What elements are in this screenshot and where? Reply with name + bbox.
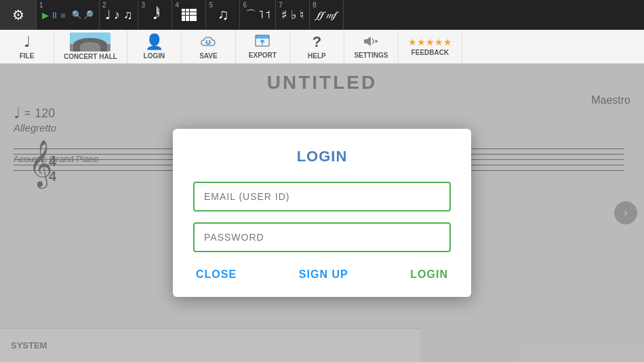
nav-save[interactable]: SAVE	[182, 30, 236, 63]
nav-help-label: HELP	[308, 52, 326, 60]
toolbar-section-2[interactable]: 2 ♩ ♪ ♫	[100, 0, 139, 30]
toolbar-section-8[interactable]: 8 𝆑𝆑 𝆐𝆑	[310, 0, 344, 30]
section-number-2: 2	[102, 1, 106, 9]
pause-icon: ⏸	[50, 10, 59, 20]
zoom-out-icon: 🔎	[83, 10, 94, 20]
section-number-7: 7	[279, 1, 283, 9]
toolbar-section-1[interactable]: 1 ▶ ⏸ ■ 🔍 🔎	[37, 0, 100, 30]
save-cloud-icon	[200, 33, 216, 51]
concert-hall-image	[70, 33, 110, 52]
nav-help[interactable]: ? HELP	[290, 30, 344, 63]
svg-rect-15	[193, 18, 197, 21]
toolbar-section-6[interactable]: 6 ⌒ ˥ ˦	[240, 0, 276, 30]
nav-settings[interactable]: SETTINGS	[344, 30, 399, 63]
svg-rect-8	[182, 16, 185, 18]
stop-icon: ■	[60, 10, 66, 20]
section-content-4	[182, 9, 197, 21]
nav-login[interactable]: 👤 LOGIN	[127, 30, 182, 63]
nav-concert-hall-label: CONCERT HALL	[64, 53, 117, 60]
nav-export[interactable]: EXPORT	[236, 30, 290, 63]
file-note-icon: ♩	[24, 33, 31, 51]
toolbar-settings[interactable]: ⚙	[0, 0, 37, 30]
svg-rect-0	[182, 9, 185, 12]
section-number-8: 8	[313, 1, 317, 9]
login-person-icon: 👤	[145, 33, 163, 51]
feedback-stars-icon: ★★★★★	[408, 37, 452, 47]
section-number-4: 4	[175, 1, 179, 9]
email-input[interactable]	[193, 182, 451, 212]
top-toolbar: ⚙ 1 ▶ ⏸ ■ 🔍 🔎 2 ♩ ♪ ♫ 3 𝅘𝅥𝅱 𝄾 4	[0, 0, 644, 30]
nav-file-label: FILE	[20, 52, 35, 60]
nav-bar: ♩ FILE CONCERT HALL 👤 LOGIN SAVE EXPORT	[0, 30, 644, 64]
modal-title: LOGIN	[193, 148, 451, 165]
nav-settings-label: SETTINGS	[354, 52, 388, 59]
section-content-8: 𝆑𝆑 𝆐𝆑	[317, 9, 336, 21]
password-input[interactable]	[193, 222, 451, 252]
svg-rect-14	[190, 18, 193, 21]
login-button[interactable]: LOGIN	[410, 268, 448, 281]
section-number-1: 1	[39, 1, 43, 9]
section-content-1: ▶ ⏸ ■ 🔍 🔎	[42, 8, 94, 22]
section-number-6: 6	[243, 1, 247, 9]
settings-speaker-icon	[361, 34, 380, 50]
svg-rect-2	[190, 9, 193, 12]
nav-save-label: SAVE	[199, 52, 218, 60]
export-icon	[254, 34, 270, 50]
section-content-6: ⌒ ˥ ˦	[245, 8, 270, 22]
section-content-5: ♫	[218, 6, 229, 24]
svg-point-18	[375, 40, 378, 43]
modal-overlay: LOGIN CLOSE SIGN UP LOGIN	[0, 64, 644, 362]
nav-feedback-label: FEEDBACK	[411, 49, 449, 56]
toolbar-section-5[interactable]: 5 ♫	[206, 0, 240, 30]
svg-rect-13	[186, 18, 189, 21]
login-modal: LOGIN CLOSE SIGN UP LOGIN	[173, 129, 471, 297]
toolbar-section-4[interactable]: 4	[172, 0, 206, 30]
nav-login-label: LOGIN	[144, 52, 165, 60]
svg-rect-9	[186, 16, 189, 18]
svg-rect-4	[182, 12, 185, 15]
svg-rect-7	[193, 12, 197, 15]
svg-rect-6	[190, 12, 193, 15]
toolbar-section-3[interactable]: 3 𝅘𝅥𝅱 𝄾	[138, 0, 172, 30]
grid-icon	[182, 9, 197, 21]
nav-export-label: EXPORT	[249, 52, 277, 59]
zoom-in-icon: 🔍	[72, 10, 82, 20]
main-content: UNTITLED ♩ = 120 Allegretto Acoustic Gra…	[0, 64, 644, 362]
signup-button[interactable]: SIGN UP	[299, 268, 348, 281]
toolbar-section-7[interactable]: 7 ♯ ♭ ♮	[276, 0, 310, 30]
modal-actions: CLOSE SIGN UP LOGIN	[193, 268, 451, 281]
section-content-2: ♩ ♪ ♫	[105, 7, 133, 22]
svg-rect-17	[256, 35, 269, 39]
close-button[interactable]: CLOSE	[196, 268, 237, 281]
nav-feedback[interactable]: ★★★★★ FEEDBACK	[399, 30, 462, 63]
svg-rect-10	[190, 16, 193, 18]
svg-rect-3	[193, 9, 197, 12]
section-number-5: 5	[209, 1, 213, 9]
svg-rect-11	[193, 16, 197, 18]
play-icon: ▶	[42, 10, 49, 20]
help-icon: ?	[313, 33, 321, 51]
section-content-7: ♯ ♭ ♮	[281, 7, 304, 22]
nav-file[interactable]: ♩ FILE	[0, 30, 54, 63]
svg-rect-12	[182, 18, 185, 21]
gear-icon: ⚙	[12, 7, 24, 23]
section-content-3: 𝅘𝅥𝅱 𝄾	[153, 8, 157, 22]
nav-concert-hall[interactable]: CONCERT HALL	[54, 30, 127, 63]
section-number-3: 3	[141, 1, 145, 9]
svg-rect-1	[186, 9, 189, 12]
svg-rect-5	[186, 12, 189, 15]
